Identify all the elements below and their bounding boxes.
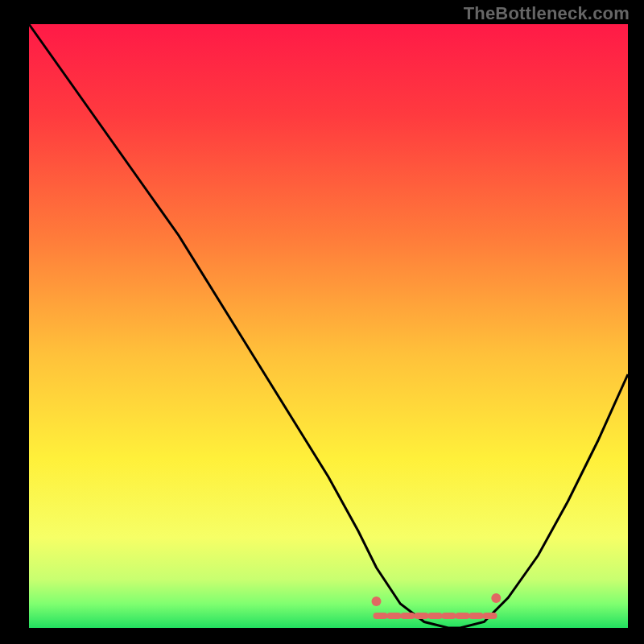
optimal-band-endpoint	[491, 593, 501, 603]
watermark-text: TheBottleneck.com	[464, 3, 630, 24]
chart-frame: TheBottleneck.com	[0, 0, 644, 644]
plot-area	[29, 24, 628, 628]
bottleneck-chart	[0, 0, 644, 644]
optimal-band-endpoint	[372, 597, 382, 606]
